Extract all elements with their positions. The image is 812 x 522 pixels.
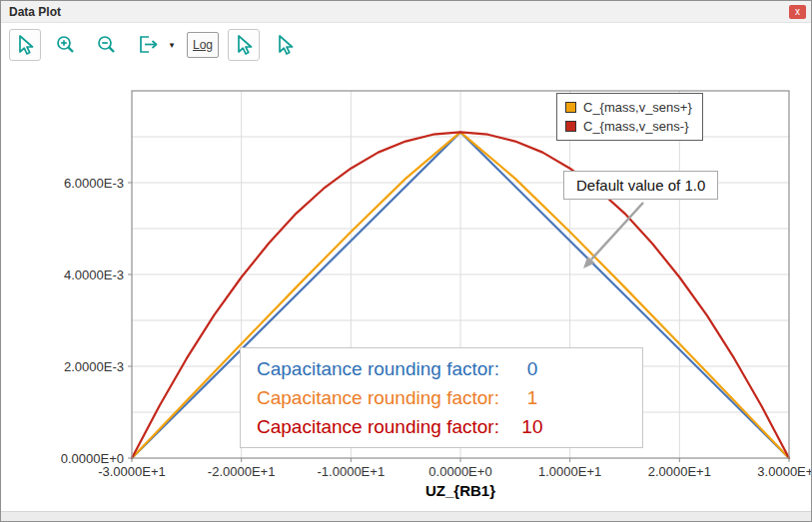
window-title: Data Plot (9, 5, 61, 19)
zoom-out-icon (95, 33, 119, 57)
export-dropdown-button[interactable]: ▾ (166, 29, 178, 61)
chevron-down-icon: ▾ (170, 40, 175, 50)
zoom-in-button[interactable] (50, 29, 82, 61)
x-tick-label: -2.0000E+1 (208, 464, 276, 479)
export-button[interactable] (132, 29, 164, 61)
x-tick-label: 1.0000E+1 (538, 464, 601, 479)
zoom-out-button[interactable] (91, 29, 123, 61)
caption-value: 1 (509, 383, 555, 412)
x-tick-label: -3.0000E+1 (98, 464, 166, 479)
pan-tool-button[interactable] (269, 29, 301, 61)
caption-label: Capacitance rounding factor: (257, 416, 499, 437)
caption-label: Capacitance rounding factor: (257, 387, 499, 408)
legend-swatch-red (565, 121, 576, 132)
x-axis-title: UZ_{RB1} (132, 482, 789, 499)
legend-label: C_{mass,v_sens+} (583, 100, 692, 115)
cursor-icon (273, 33, 297, 57)
data-plot-window: Data Plot x (0, 0, 812, 522)
y-tick-label: 2.0000E-3 (64, 359, 124, 374)
zoom-in-icon (54, 33, 78, 57)
caption-value: 0 (509, 354, 555, 383)
export-icon (136, 33, 160, 57)
cursor-icon (232, 33, 256, 57)
legend-item: C_{mass,v_sens-} (565, 119, 692, 134)
log-label: Log (193, 38, 213, 52)
select-tool-button[interactable] (9, 29, 41, 61)
x-tick-label: -1.0000E+1 (318, 464, 386, 479)
x-tick-label: 3.0000E+1 (757, 464, 811, 479)
window-bottom-edge (1, 511, 811, 521)
close-button[interactable]: x (789, 5, 806, 19)
cursor-icon (13, 33, 37, 57)
y-tick-label: 0.0000E+0 (61, 451, 124, 466)
legend-item: C_{mass,v_sens+} (565, 100, 692, 115)
rounding-factor-caption: Capacitance rounding factor:0 Capacitanc… (240, 347, 643, 448)
titlebar: Data Plot x (1, 1, 811, 23)
y-tick-label: 6.0000E-3 (64, 176, 124, 191)
caption-line: Capacitance rounding factor:1 (257, 383, 642, 412)
caption-label: Capacitance rounding factor: (257, 358, 499, 379)
x-tick-label: 2.0000E+1 (648, 464, 711, 479)
x-tick-label: 0.0000E+0 (428, 464, 491, 479)
caption-line: Capacitance rounding factor:0 (257, 354, 642, 383)
legend-label: C_{mass,v_sens-} (583, 119, 689, 134)
caption-line: Capacitance rounding factor:10 (257, 412, 642, 441)
legend: C_{mass,v_sens+} C_{mass,v_sens-} (556, 93, 703, 141)
legend-swatch-orange (565, 102, 576, 113)
y-tick-label: 4.0000E-3 (64, 267, 124, 282)
toolbar: ▾ Log (1, 23, 811, 67)
probe-tool-button[interactable] (228, 29, 260, 61)
log-scale-button[interactable]: Log (187, 32, 219, 58)
chart-region: -3.0000E+1-2.0000E+1-1.0000E+10.0000E+01… (1, 67, 811, 511)
annotation-default-value: Default value of 1.0 (563, 171, 718, 200)
caption-value: 10 (509, 412, 555, 441)
